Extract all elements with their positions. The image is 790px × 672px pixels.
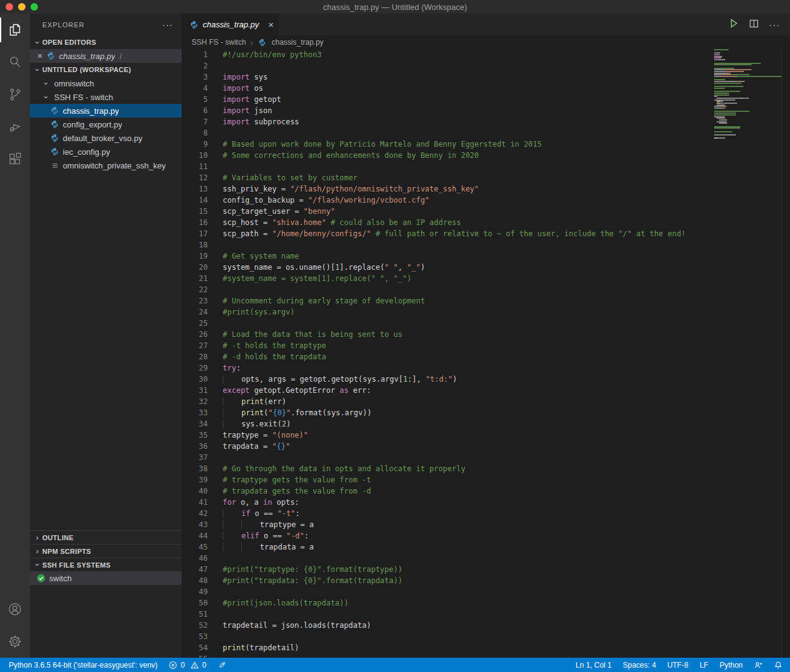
bell-icon[interactable]: [774, 661, 783, 670]
code-line[interactable]: 26# Load the data that is being sent to …: [182, 329, 790, 340]
code-line[interactable]: 42 if o == "-t":: [182, 508, 790, 519]
explorer-icon[interactable]: [0, 14, 30, 46]
run-file-button[interactable]: [728, 18, 739, 31]
code-line[interactable]: 37: [182, 452, 790, 463]
code-line[interactable]: 16scp_host = "shiva.home" # could also b…: [182, 217, 790, 228]
source-control-icon[interactable]: [0, 78, 30, 111]
tab-close-icon[interactable]: ×: [268, 19, 274, 30]
eol-status[interactable]: LF: [700, 661, 709, 670]
language-mode-status[interactable]: Python: [720, 661, 743, 670]
open-editors-header[interactable]: › OPEN EDITORS: [30, 35, 182, 49]
code-line[interactable]: 15scp_target_user = "benny": [182, 206, 790, 217]
more-actions-button[interactable]: ···: [769, 19, 780, 30]
code-line[interactable]: 34 sys.exit(2): [182, 418, 790, 430]
code-line[interactable]: 3import sys: [182, 71, 790, 83]
code-line[interactable]: 52trapdetail = json.loads(trapdata): [182, 620, 790, 631]
tree-file-item[interactable]: omniswitch_private_ssh_key: [30, 159, 182, 172]
indentation-status[interactable]: Spaces: 4: [623, 661, 656, 670]
cursor-position-status[interactable]: Ln 1, Col 1: [575, 661, 611, 670]
problems-status[interactable]: 0 0: [169, 661, 206, 670]
code-line[interactable]: 7import subprocess: [182, 116, 790, 127]
code-line[interactable]: 50#print(json.loads(trapdata)): [182, 597, 790, 609]
code-line[interactable]: 27# -t holds the traptype: [182, 340, 790, 351]
zoom-window-button[interactable]: [30, 3, 38, 11]
search-icon[interactable]: [0, 46, 30, 78]
minimap[interactable]: [714, 49, 781, 141]
code-line[interactable]: 40# trapdata gets the value from -d: [182, 486, 790, 497]
code-line[interactable]: 43 traptype = a: [182, 519, 790, 530]
code-line[interactable]: 55: [182, 653, 790, 658]
code-line[interactable]: 9# Based upon work done by Patricio Mart…: [182, 139, 790, 150]
code-line[interactable]: 45 trapdata = a: [182, 541, 790, 553]
code-line[interactable]: 35traptype = "(none)": [182, 430, 790, 441]
code-line[interactable]: 19# Get system name: [182, 251, 790, 262]
npm-scripts-header[interactable]: › NPM SCRIPTS: [30, 544, 182, 558]
code-line[interactable]: 1#!/usr/bin/env python3: [182, 49, 790, 60]
code-line[interactable]: 18: [182, 239, 790, 251]
code-line[interactable]: 54print(trapdetail): [182, 642, 790, 653]
python-interpreter-status[interactable]: Python 3.6.5 64-bit ('stellar-easyguest'…: [9, 661, 157, 670]
open-editor-item[interactable]: × chassis_trap.py /: [30, 49, 182, 63]
code-line[interactable]: 10# Some corrections and enhancements do…: [182, 150, 790, 161]
code-line[interactable]: 53: [182, 631, 790, 642]
code-line[interactable]: 23# Uncomment during early stage of deve…: [182, 295, 790, 306]
code-line[interactable]: 28# -d holds the trapdata: [182, 351, 790, 362]
ssh-file-systems-header[interactable]: › SSH FILE SYSTEMS: [30, 558, 182, 571]
minimize-window-button[interactable]: [18, 3, 26, 11]
code-line[interactable]: 5import getopt: [182, 94, 790, 105]
code-line[interactable]: 17scp_path = "/home/benny/configs/" # fu…: [182, 228, 790, 239]
feedback-icon[interactable]: [754, 661, 763, 670]
code-line[interactable]: 31except getopt.GetoptError as err:: [182, 385, 790, 396]
code-line[interactable]: 13ssh_priv_key = "/flash/python/omniswit…: [182, 183, 790, 195]
rocket-icon[interactable]: [218, 661, 226, 670]
code-line[interactable]: 22: [182, 284, 790, 295]
code-line[interactable]: 21#system_name = system[1].replace(" ", …: [182, 273, 790, 284]
accounts-icon[interactable]: [0, 593, 30, 625]
code-line[interactable]: 32 print(err): [182, 396, 790, 407]
code-line[interactable]: 39# traptype gets the value from -t: [182, 474, 790, 486]
outline-header[interactable]: › OUTLINE: [30, 530, 182, 544]
more-actions-icon[interactable]: ···: [162, 20, 173, 30]
code-line[interactable]: 11: [182, 161, 790, 172]
extensions-icon[interactable]: [0, 143, 30, 175]
code-line[interactable]: 2: [182, 60, 790, 71]
code-line[interactable]: 25: [182, 318, 790, 329]
code-line[interactable]: 47#print("traptype: {0}".format(traptype…: [182, 564, 790, 575]
code-line[interactable]: 41for o, a in opts:: [182, 497, 790, 508]
code-line[interactable]: 4import os: [182, 83, 790, 94]
close-icon[interactable]: ×: [35, 51, 45, 61]
code-line[interactable]: 46: [182, 553, 790, 564]
code-editor[interactable]: 1#!/usr/bin/env python323import sys4impo…: [182, 49, 790, 658]
close-window-button[interactable]: [6, 3, 13, 11]
split-editor-button[interactable]: [749, 19, 759, 31]
code-line[interactable]: 6import json: [182, 105, 790, 116]
tree-file-item[interactable]: iec_config.py: [30, 145, 182, 159]
tree-folder-item[interactable]: ›SSH FS - switch: [30, 90, 182, 104]
tree-file-item[interactable]: chassis_trap.py: [30, 104, 182, 117]
tab-chassis-trap[interactable]: chassis_trap.py ×: [182, 14, 279, 35]
code-line[interactable]: 8: [182, 127, 790, 139]
code-line[interactable]: 14config_to_backup = "/flash/working/vcb…: [182, 195, 790, 206]
code-line[interactable]: 49: [182, 586, 790, 597]
tree-file-item[interactable]: default_broker_vso.py: [30, 131, 182, 145]
code-line[interactable]: 44 elif o == "-d":: [182, 530, 790, 541]
code-line[interactable]: 38# Go through the data in opts and allo…: [182, 463, 790, 474]
code-line[interactable]: 51: [182, 609, 790, 620]
code-line[interactable]: 30 opts, args = getopt.getopt(sys.argv[1…: [182, 374, 790, 385]
code-line[interactable]: 12# Variables to set by customer: [182, 172, 790, 183]
tree-file-item[interactable]: config_export.py: [30, 117, 182, 131]
tree-folder-item[interactable]: ›omniswitch: [30, 76, 182, 90]
code-line[interactable]: 20system_name = os.uname()[1].replace(" …: [182, 262, 790, 273]
sshfs-item-switch[interactable]: switch: [30, 571, 182, 585]
code-line[interactable]: 33 print("{0}".format(sys.argv)): [182, 407, 790, 418]
breadcrumb-file[interactable]: chassis_trap.py: [272, 38, 323, 47]
code-line[interactable]: 29try:: [182, 362, 790, 374]
workspace-header[interactable]: › UNTITLED (WORKSPACE): [30, 63, 182, 76]
code-line[interactable]: 48#print("trapdata: {0}".format(trapdata…: [182, 575, 790, 586]
settings-gear-icon[interactable]: [0, 625, 30, 658]
code-line[interactable]: 36trapdata = "{}": [182, 441, 790, 452]
code-line[interactable]: 24#print(sys.argv): [182, 306, 790, 318]
breadcrumb-folder[interactable]: SSH FS - switch: [192, 38, 246, 47]
run-and-debug-icon[interactable]: [0, 111, 30, 143]
encoding-status[interactable]: UTF-8: [667, 661, 689, 670]
